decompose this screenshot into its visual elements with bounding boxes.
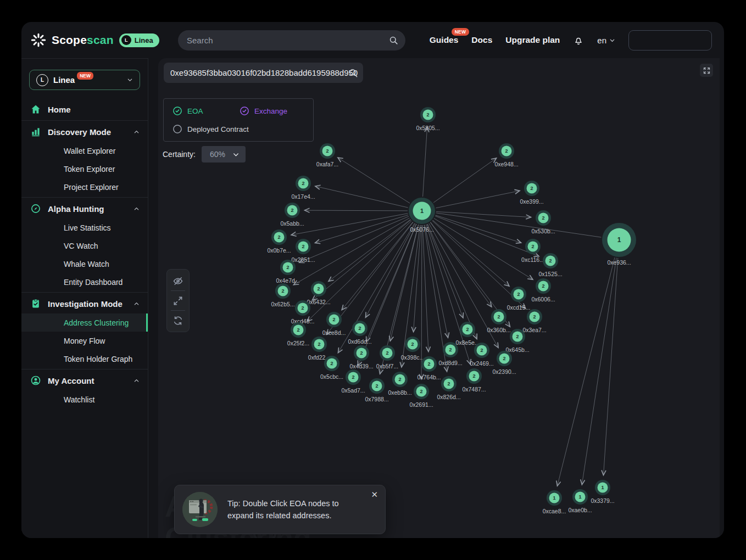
eye-off-button[interactable] <box>167 271 189 290</box>
graph-node[interactable]: 20x8e5e... <box>455 322 479 346</box>
graph-node[interactable]: 20x398c... <box>401 337 425 361</box>
sidebar: L Linea NEW HomeDiscovery ModeWallet Exp… <box>21 58 148 538</box>
graph-node[interactable]: 20x7487... <box>462 368 486 393</box>
notifications-bell-icon[interactable] <box>573 35 584 46</box>
graph-node[interactable]: 10xae0b... <box>568 489 592 513</box>
graph-node[interactable]: 20x360b... <box>487 309 510 333</box>
nav-upgrade-plan[interactable]: Upgrade plan <box>505 35 560 45</box>
graph-node[interactable]: 20x17e4... <box>291 176 315 200</box>
sidebar-item-live-statistics[interactable]: Live Statistics <box>21 219 148 237</box>
graph-node[interactable]: 10x3379... <box>591 480 614 504</box>
sidebar-item-entity-dashboard[interactable]: Entity Dashboard <box>21 273 148 291</box>
filter-eoa[interactable]: EOA <box>172 106 240 116</box>
sidebar-item-whale-watch[interactable]: Whale Watch <box>21 255 148 273</box>
node-count: 2 <box>360 350 363 356</box>
node-count: 2 <box>426 112 429 117</box>
network-selector[interactable]: L Linea NEW <box>29 70 140 90</box>
refresh-button[interactable] <box>167 311 189 330</box>
sidebar-item-address-clustering[interactable]: Address Clustering <box>21 313 148 332</box>
header-nav: GuidesNEWDocsUpgrade plan en <box>430 30 712 51</box>
node-address-label: 0xb5f7... <box>376 363 398 369</box>
sidebar-item-token-holder-graph[interactable]: Token Holder Graph <box>21 350 148 368</box>
wallet-connect-button[interactable] <box>628 30 712 51</box>
graph-node[interactable]: 20x5805... <box>416 107 439 131</box>
sidebar-item-home[interactable]: Home <box>21 99 148 119</box>
node-count: 2 <box>317 286 320 292</box>
node-address-label: 0x4e7d... <box>276 277 299 284</box>
graph-node[interactable]: 10x5076... <box>409 198 435 233</box>
node-address-label: 0xd6dd... <box>348 338 371 345</box>
address-input[interactable] <box>164 68 363 77</box>
graph-node[interactable]: 20x6006... <box>531 278 555 303</box>
graph-node[interactable]: 20xcd15... <box>507 287 531 311</box>
graph-node[interactable]: 20xeb8b... <box>388 372 411 396</box>
top-header: Scopescan L Linea GuidesNEWDocsUpgrade p… <box>21 22 724 58</box>
search-icon <box>348 68 359 79</box>
graph-node[interactable]: 20x5abb... <box>280 203 304 227</box>
graph-edge <box>423 127 427 197</box>
graph-node[interactable]: 20x2469... <box>470 343 493 367</box>
graph-node[interactable]: 20x5ad7... <box>341 369 365 394</box>
graph-edge <box>433 158 496 203</box>
chevron-down-icon <box>127 77 133 83</box>
graph-edge <box>366 224 416 341</box>
sidebar-item-money-flow[interactable]: Money Flow <box>21 332 148 350</box>
node-count: 2 <box>497 314 500 320</box>
graph-node[interactable]: 20xe948... <box>494 143 518 167</box>
graph-node[interactable]: 20x7988... <box>365 378 388 402</box>
sidebar-item-alpha-hunting[interactable]: Alpha Hunting <box>21 199 148 219</box>
global-search-input[interactable] <box>187 36 388 45</box>
sidebar-item-investigation-mode[interactable]: Investigation Mode <box>21 294 148 313</box>
node-count: 2 <box>386 350 388 356</box>
sidebar-item-token-explorer[interactable]: Token Explorer <box>21 160 148 178</box>
network-name: Linea <box>53 75 75 85</box>
home-icon <box>30 104 41 115</box>
nav-docs[interactable]: Docs <box>471 35 492 45</box>
graph-node[interactable]: 20x6432... <box>307 281 330 305</box>
sidebar-item-wallet-explorer[interactable]: Wallet Explorer <box>21 142 148 160</box>
nav-guides[interactable]: GuidesNEW <box>430 35 459 45</box>
node-address-label: 0xe936... <box>607 259 631 266</box>
close-icon[interactable]: ✕ <box>371 490 378 499</box>
graph-node[interactable]: 20x4d39... <box>349 345 373 369</box>
node-count: 2 <box>332 317 335 322</box>
sidebar-item-my-account[interactable]: My Account <box>21 371 148 390</box>
graph-node[interactable]: 20x62b5... <box>271 283 294 307</box>
graph-node[interactable]: 20xfd22... <box>308 337 330 361</box>
sidebar-item-label: Alpha Hunting <box>48 204 104 214</box>
graph-node[interactable]: 20x530b... <box>531 210 555 234</box>
filter-exchange[interactable]: Exchange <box>240 106 304 116</box>
graph-node[interactable]: 10xcae8... <box>543 490 566 514</box>
chevron-up-icon <box>133 301 140 307</box>
sidebar-item-watchlist[interactable]: Watchlist <box>21 390 148 408</box>
graph-node[interactable]: 20xd6dd... <box>348 321 371 345</box>
filter-deployed-contract[interactable]: Deployed Contract <box>172 124 304 134</box>
graph-node[interactable]: 20x25f2... <box>287 322 309 346</box>
expand-button[interactable] <box>167 291 189 310</box>
node-address-label: 0x62b5... <box>271 301 294 307</box>
sidebar-item-discovery-mode[interactable]: Discovery Mode <box>21 122 148 142</box>
certainty-label: Certainty: <box>163 150 196 159</box>
sidebar-nav: HomeDiscovery ModeWallet ExplorerToken E… <box>21 99 148 408</box>
graph-node[interactable]: 10xe936... <box>602 223 636 266</box>
node-address-label: 0x8e5e... <box>455 339 479 346</box>
sidebar-item-project-explorer[interactable]: Project Explorer <box>21 178 148 196</box>
graph-node[interactable]: 20x2051... <box>291 239 315 263</box>
certainty-select[interactable]: 60% <box>202 146 246 163</box>
node-address-label: 0xae0b... <box>568 507 592 513</box>
graph-node[interactable]: 20xe399... <box>520 181 543 205</box>
node-count: 2 <box>302 244 304 249</box>
graph-node[interactable]: 20x4e7d... <box>276 260 299 284</box>
graph-node[interactable]: 20x2390... <box>492 351 516 375</box>
language-selector[interactable]: en <box>597 36 615 45</box>
graph-node[interactable]: 20xce8d... <box>322 312 346 336</box>
graph-node[interactable]: 20x0b7e... <box>267 229 291 254</box>
sidebar-item-vc-watch[interactable]: VC Watch <box>21 237 148 255</box>
graph-node[interactable]: 20x2691... <box>409 384 433 408</box>
graph-node[interactable]: 20x3ea7... <box>522 309 546 333</box>
node-count: 2 <box>358 326 361 331</box>
graph-node[interactable]: 20xb5f7... <box>376 345 398 369</box>
graph-node[interactable]: 20xafa7... <box>316 143 338 167</box>
fullscreen-button[interactable] <box>700 64 713 77</box>
graph-edge <box>315 186 408 208</box>
